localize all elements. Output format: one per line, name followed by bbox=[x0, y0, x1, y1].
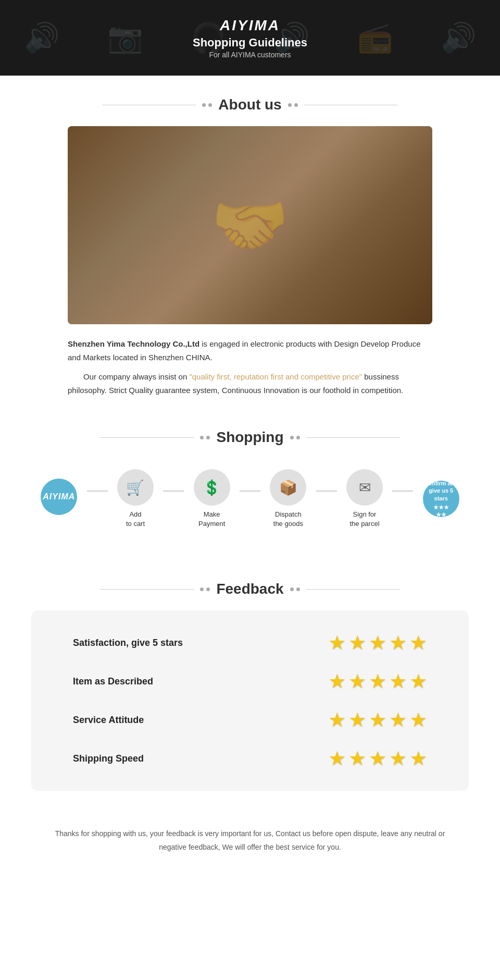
payment-step-icon: 💲 bbox=[194, 469, 230, 506]
feedback-row-item: Item as Described ★ ★ ★ ★ ★ bbox=[73, 670, 427, 693]
sign-step-icon: ✉ bbox=[346, 469, 383, 506]
star-13: ★ bbox=[369, 708, 386, 731]
divider-dots-right bbox=[288, 103, 298, 107]
connector-2 bbox=[163, 491, 184, 492]
fb-divider-dots-left bbox=[200, 587, 210, 591]
divider-dots-left bbox=[202, 103, 212, 107]
header-title: Shopping Guidelines bbox=[193, 36, 307, 50]
feedback-title: Feedback bbox=[216, 581, 283, 597]
about-divider: About us bbox=[0, 96, 500, 113]
satisfaction-label: Satisfaction, give 5 stars bbox=[73, 638, 183, 648]
step-cart: 🛒 Addto cart bbox=[108, 469, 164, 529]
shop-divider-line-left bbox=[100, 437, 194, 438]
shop-divider-line-right bbox=[306, 437, 400, 438]
dispatch-step-label: Dispatchthe goods bbox=[273, 510, 303, 529]
star-10: ★ bbox=[409, 670, 427, 693]
connector-4 bbox=[316, 491, 337, 492]
service-stars: ★ ★ ★ ★ ★ bbox=[328, 708, 427, 731]
fb-dot-2 bbox=[206, 587, 210, 591]
brand-step-icon: AIYIMA bbox=[41, 479, 77, 515]
star-12: ★ bbox=[348, 708, 366, 731]
handshake-visual bbox=[68, 126, 432, 324]
feedback-divider: Feedback bbox=[31, 581, 469, 597]
star-8: ★ bbox=[369, 670, 386, 693]
star-1: ★ bbox=[328, 631, 346, 654]
star-11: ★ bbox=[328, 708, 346, 731]
satisfaction-stars: ★ ★ ★ ★ ★ bbox=[328, 631, 427, 654]
shipping-label: Shipping Speed bbox=[73, 753, 144, 764]
header-content: AIYIMA Shopping Guidelines For all AIYIM… bbox=[193, 17, 307, 59]
fb-divider-line-left bbox=[100, 589, 194, 590]
fb-divider-dots-right bbox=[290, 587, 300, 591]
shop-dot-2 bbox=[206, 436, 210, 439]
decor-camera: 📷 bbox=[107, 21, 143, 55]
header: 🔊 📷 🎧 🔊 📻 🔊 AIYIMA Shopping Guidelines F… bbox=[0, 0, 500, 76]
star-20: ★ bbox=[409, 747, 427, 770]
shipping-stars: ★ ★ ★ ★ ★ bbox=[328, 747, 427, 770]
step-sign: ✉ Sign forthe parcel bbox=[337, 469, 393, 529]
feedback-section: Feedback Satisfaction, give 5 stars ★ ★ … bbox=[0, 581, 500, 812]
star-16: ★ bbox=[328, 747, 346, 770]
dot-1 bbox=[202, 103, 206, 107]
step-confirm: Confirm andgive us 5 stars ★★★★★ bbox=[413, 481, 469, 517]
shopping-title: Shopping bbox=[216, 429, 283, 446]
confirm-step-icon: Confirm andgive us 5 stars ★★★★★ bbox=[423, 481, 459, 517]
sign-step-label: Sign forthe parcel bbox=[349, 510, 379, 529]
dispatch-step-icon: 📦 bbox=[270, 469, 306, 506]
dot-3 bbox=[288, 103, 292, 107]
shop-dot-1 bbox=[200, 436, 204, 439]
shop-divider-dots-right bbox=[290, 436, 300, 439]
fb-dot-4 bbox=[296, 587, 300, 591]
connector-5 bbox=[392, 491, 413, 492]
fb-dot-1 bbox=[200, 587, 204, 591]
star-17: ★ bbox=[348, 747, 366, 770]
feedback-row-service: Service Attitude ★ ★ ★ ★ ★ bbox=[73, 708, 427, 731]
star-3: ★ bbox=[369, 631, 386, 654]
shopping-steps: AIYIMA 🛒 Addto cart 💲 MakePayment 📦 Disp… bbox=[0, 459, 500, 539]
fb-dot-3 bbox=[290, 587, 294, 591]
star-4: ★ bbox=[389, 631, 407, 654]
dot-4 bbox=[294, 103, 298, 107]
about-text: Shenzhen Yima Technology Co.,Ltd is enga… bbox=[68, 337, 432, 397]
divider-line-right bbox=[304, 105, 398, 105]
shopping-divider: Shopping bbox=[0, 429, 500, 446]
cart-step-icon: 🛒 bbox=[117, 469, 154, 506]
decor-speaker-1: 🔊 bbox=[24, 21, 60, 55]
about-paragraph-2: Our company always insist on "quality fi… bbox=[68, 370, 432, 397]
confirm-stars: ★★★★★ bbox=[433, 504, 449, 519]
decor-speaker-4: 🔊 bbox=[441, 21, 477, 55]
shop-dot-4 bbox=[296, 436, 300, 439]
about-paragraph-1: Shenzhen Yima Technology Co.,Ltd is enga… bbox=[68, 337, 432, 364]
payment-step-label: MakePayment bbox=[198, 510, 225, 529]
company-name: Shenzhen Yima Technology Co.,Ltd bbox=[68, 339, 199, 348]
star-2: ★ bbox=[348, 631, 366, 654]
star-18: ★ bbox=[369, 747, 386, 770]
step-payment: 💲 MakePayment bbox=[184, 469, 240, 529]
star-14: ★ bbox=[389, 708, 407, 731]
shop-dot-3 bbox=[290, 436, 294, 439]
star-9: ★ bbox=[389, 670, 407, 693]
about-section: About us Shenzhen Yima Technology Co.,Lt… bbox=[0, 96, 500, 397]
about-image bbox=[68, 126, 432, 324]
star-5: ★ bbox=[409, 631, 427, 654]
step-dispatch: 📦 Dispatchthe goods bbox=[260, 469, 316, 529]
divider-line-left bbox=[102, 105, 196, 105]
philosophy-quote: "quality first, reputation first and com… bbox=[189, 372, 362, 381]
about-title: About us bbox=[218, 96, 281, 113]
star-6: ★ bbox=[328, 670, 346, 693]
service-label: Service Attitude bbox=[73, 715, 144, 726]
feedback-row-shipping: Shipping Speed ★ ★ ★ ★ ★ bbox=[73, 747, 427, 770]
fb-divider-line-right bbox=[306, 589, 400, 590]
star-19: ★ bbox=[389, 747, 407, 770]
cart-step-label: Addto cart bbox=[126, 510, 145, 529]
star-15: ★ bbox=[409, 708, 427, 731]
connector-3 bbox=[240, 491, 260, 492]
brand-logo: AIYIMA bbox=[193, 17, 307, 34]
dot-2 bbox=[208, 103, 212, 107]
connector-1 bbox=[87, 491, 108, 492]
feedback-card: Satisfaction, give 5 stars ★ ★ ★ ★ ★ Ite… bbox=[31, 610, 469, 791]
decor-speaker-3: 📻 bbox=[357, 21, 393, 55]
header-subtitle: For all AIYIMA customers bbox=[193, 51, 307, 59]
philosophy-intro: Our company always insist on bbox=[83, 372, 189, 381]
footer-text: Thanks for shopping with us, your feedba… bbox=[0, 812, 500, 874]
